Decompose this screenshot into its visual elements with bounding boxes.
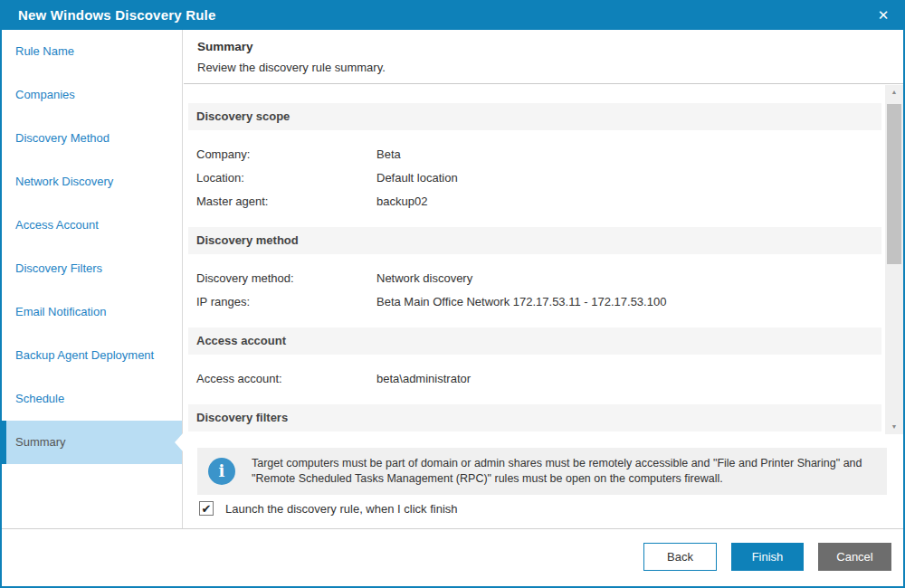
summary-row: Master agent: backup02 xyxy=(196,190,881,213)
row-label: Company: xyxy=(196,143,376,166)
row-label: IP ranges: xyxy=(196,290,376,314)
sidebar-item-email-notification[interactable]: Email Notification xyxy=(0,290,182,334)
sidebar-item-companies[interactable]: Companies xyxy=(0,73,182,117)
row-value: Beta Main Office Network 172.17.53.11 - … xyxy=(376,290,881,314)
sidebar-item-label: Rule Name xyxy=(15,44,74,58)
sidebar-item-label: Schedule xyxy=(15,392,64,405)
back-button[interactable]: Back xyxy=(643,543,717,571)
launch-option-row: ✔ Launch the discovery rule, when I clic… xyxy=(199,500,458,517)
row-value: beta\administrator xyxy=(376,367,881,391)
selected-notch-arrow xyxy=(175,433,183,451)
close-icon[interactable]: ✕ xyxy=(872,0,894,30)
scrollbar-thumb[interactable] xyxy=(887,104,901,264)
title-bar: New Windows Discovery Rule ✕ xyxy=(0,0,905,30)
selected-accent-bar xyxy=(0,421,6,464)
sidebar-item-label: Network Discovery xyxy=(15,175,113,188)
summary-scroll-area: Discovery scope Company: Beta Location: … xyxy=(184,85,885,434)
section-discovery-filters: Discovery filters xyxy=(188,404,881,432)
row-value: Default location xyxy=(376,166,881,190)
page-subtitle: Review the discovery rule summary. xyxy=(197,61,386,74)
info-icon: i xyxy=(208,458,235,485)
new-windows-discovery-rule-dialog: New Windows Discovery Rule ✕ Rule Name C… xyxy=(0,0,905,588)
sidebar-item-label: Access Account xyxy=(15,218,99,232)
scrollbar-down-icon[interactable]: ▼ xyxy=(885,420,903,434)
sidebar-item-label: Email Notification xyxy=(15,305,106,318)
section-rows: Company: Beta Location: Default location… xyxy=(188,143,881,213)
summary-row: IP ranges: Beta Main Office Network 172.… xyxy=(196,290,881,314)
sidebar-item-rule-name[interactable]: Rule Name xyxy=(0,30,182,73)
info-text: Target computers must be part of domain … xyxy=(252,456,885,487)
vertical-scrollbar[interactable]: ▲ ▼ xyxy=(885,85,903,434)
section-header: Discovery scope xyxy=(188,103,881,130)
footer-bar: Back Finish Cancel xyxy=(0,528,905,586)
sidebar-item-network-discovery[interactable]: Network Discovery xyxy=(0,160,182,204)
row-label: Master agent: xyxy=(196,190,376,213)
row-value: Network discovery xyxy=(376,267,881,290)
row-label: Location: xyxy=(196,166,376,190)
sidebar-item-access-account[interactable]: Access Account xyxy=(0,204,182,247)
summary-row: Company: Beta xyxy=(196,143,881,166)
sidebar-item-label: Companies xyxy=(15,88,75,101)
row-label: Discovery method: xyxy=(196,267,376,290)
sidebar-item-discovery-method[interactable]: Discovery Method xyxy=(0,117,182,160)
sidebar-item-label: Discovery Filters xyxy=(15,261,102,275)
row-value: backup02 xyxy=(376,190,881,213)
content-header: Summary Review the discovery rule summar… xyxy=(184,30,905,84)
section-header: Discovery filters xyxy=(188,404,881,432)
cancel-button[interactable]: Cancel xyxy=(818,543,891,571)
row-value: Beta xyxy=(376,143,881,166)
launch-checkbox-label: Launch the discovery rule, when I click … xyxy=(225,502,458,516)
section-rows: Discovery method: Network discovery IP r… xyxy=(188,267,881,314)
sidebar-item-backup-agent-deployment[interactable]: Backup Agent Deployment xyxy=(0,334,182,377)
sidebar-item-label: Discovery Method xyxy=(15,131,110,145)
section-access-account: Access account Access account: beta\admi… xyxy=(188,327,881,391)
page-title: Summary xyxy=(197,40,253,53)
summary-row: Discovery method: Network discovery xyxy=(196,267,881,290)
sidebar-item-schedule[interactable]: Schedule xyxy=(0,377,182,421)
section-discovery-method: Discovery method Discovery method: Netwo… xyxy=(188,227,881,314)
info-box: i Target computers must be part of domai… xyxy=(197,448,887,495)
launch-checkbox[interactable]: ✔ xyxy=(199,501,214,516)
sidebar-item-summary[interactable]: Summary xyxy=(0,421,182,464)
finish-button[interactable]: Finish xyxy=(731,543,804,571)
summary-row: Access account: beta\administrator xyxy=(196,367,881,391)
wizard-steps-sidebar: Rule Name Companies Discovery Method Net… xyxy=(0,30,183,528)
section-discovery-scope: Discovery scope Company: Beta Location: … xyxy=(188,103,881,213)
scrollbar-up-icon[interactable]: ▲ xyxy=(885,85,903,100)
sidebar-item-label: Summary xyxy=(15,435,66,449)
section-rows: Access account: beta\administrator xyxy=(188,367,881,391)
section-header: Discovery method xyxy=(188,227,881,254)
sidebar-item-discovery-filters[interactable]: Discovery Filters xyxy=(0,247,182,290)
sidebar-item-label: Backup Agent Deployment xyxy=(15,348,154,362)
summary-row: Location: Default location xyxy=(196,166,881,190)
window-title: New Windows Discovery Rule xyxy=(18,0,215,30)
row-label: Access account: xyxy=(196,367,376,391)
section-header: Access account xyxy=(188,327,881,355)
